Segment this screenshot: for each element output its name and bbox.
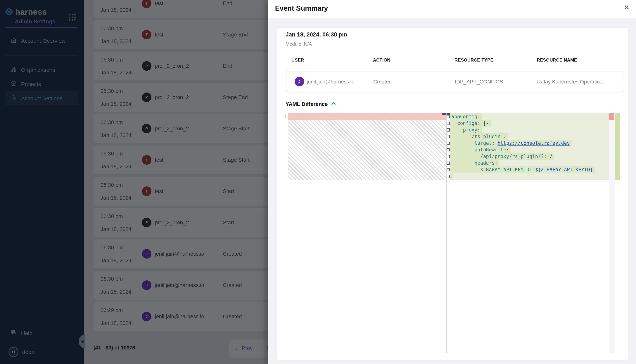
close-icon[interactable]: ×: [624, 3, 629, 12]
drawer-header: Event Summary ×: [268, 0, 636, 18]
event-user: jenil.jain@harness.io: [307, 79, 354, 85]
diff-empty-region: [288, 120, 446, 180]
column-header-resource-type: RESOURCE TYPE: [455, 58, 493, 63]
yaml-line: '/rs-plugin':: [450, 133, 609, 140]
page-title: Event Summary: [275, 4, 328, 12]
target-url-link[interactable]: https://console.rafay.dev: [498, 140, 570, 146]
overview-ruler-removed-marker: [609, 113, 614, 120]
yaml-difference-toggle[interactable]: YAML Difference: [286, 101, 336, 107]
chevron-up-icon: [331, 101, 336, 107]
yaml-line: configs: |-: [450, 120, 609, 126]
yaml-line: headers:: [450, 160, 609, 166]
event-action: Created: [373, 79, 392, 85]
yaml-line: X-RAFAY-API-KEYID: ${X-RAFAY-API-KEYID}: [450, 166, 609, 173]
diff-scrollbar-track[interactable]: [609, 113, 615, 353]
event-resource-name: Rafay Kubernetes Operatio...: [537, 79, 604, 85]
event-datetime: Jan 18, 2024, 06:30 pm: [286, 31, 347, 38]
event-resource-type: IDP_APP_CONFIGS: [455, 79, 503, 85]
column-header-action: ACTION: [373, 58, 390, 63]
yaml-line: target: https://console.rafay.dev: [450, 140, 609, 146]
overview-ruler-added-marker: [615, 113, 620, 180]
yaml-line: pathRewrite:: [450, 146, 609, 153]
modal-backdrop[interactable]: [0, 0, 268, 364]
avatar: J: [295, 77, 304, 86]
yaml-difference-label: YAML Difference: [286, 101, 328, 107]
diff-line-marker: [286, 115, 288, 118]
event-module: Module: N/A: [286, 41, 312, 47]
yaml-diff-viewer: appConfig: configs: |- proxy: '/rs-plugi…: [286, 113, 620, 353]
yaml-line: proxy:: [450, 126, 609, 133]
yaml-line: /api/proxy/rs-plugin/?: /: [450, 153, 609, 160]
event-card: Jan 18, 2024, 06:30 pm Module: N/A USER …: [277, 28, 628, 360]
column-header-user: USER: [291, 58, 304, 63]
diff-pane-divider: [446, 113, 447, 353]
diff-removed-line: [288, 113, 446, 120]
yaml-line: [450, 173, 609, 180]
screen: harness Admin Settings Account Overview …: [0, 0, 636, 364]
column-header-resource-name: RESOURCE NAME: [537, 58, 577, 63]
yaml-line: appConfig:: [450, 113, 609, 120]
event-summary-drawer: Event Summary × Jan 18, 2024, 06:30 pm M…: [268, 0, 636, 364]
event-table-row: J jenil.jain@harness.io Created IDP_APP_…: [286, 71, 624, 92]
